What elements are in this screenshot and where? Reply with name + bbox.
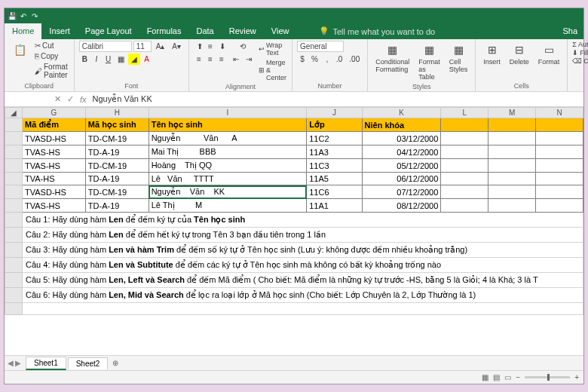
bold-button[interactable]: B (79, 54, 90, 65)
indent-increase-button[interactable]: ⇥ (243, 54, 255, 65)
align-middle-button[interactable]: ≡ (205, 41, 216, 52)
font-name-select[interactable]: Calibri (79, 41, 132, 52)
insert-cells-button[interactable]: ⊞Insert (480, 41, 504, 67)
tab-review[interactable]: Review (222, 23, 264, 39)
cell[interactable] (536, 132, 583, 145)
clear-button[interactable]: ⌫Clear (572, 57, 588, 65)
cell[interactable] (488, 132, 536, 145)
cell[interactable]: Lê Thị M (149, 199, 307, 213)
paste-button[interactable]: 📋 (9, 41, 30, 59)
orientation-button[interactable]: ⟲ (230, 41, 255, 52)
border-button[interactable]: ▦ (115, 54, 127, 65)
zoom-out-button[interactable]: − (516, 373, 520, 381)
next-sheet-button[interactable]: ▶ (15, 359, 21, 367)
view-normal-button[interactable]: ▦ (482, 373, 488, 381)
currency-button[interactable]: $ (297, 54, 308, 65)
cell[interactable]: Câu 2: Hãy dùng hàm Len để đếm hết ký tự… (23, 228, 583, 243)
fill-color-button[interactable]: ◢ (128, 54, 140, 65)
tab-page-layout[interactable]: Page Layout (78, 23, 139, 39)
format-as-table-button[interactable]: ▦Format as Table (415, 41, 443, 82)
prev-sheet-button[interactable]: ◀ (8, 359, 14, 367)
delete-cells-button[interactable]: ⊟Delete (507, 41, 532, 67)
cell[interactable]: TD-A-19 (85, 173, 149, 185)
tab-formulas[interactable]: Formulas (139, 23, 189, 39)
row-header[interactable] (5, 228, 23, 243)
cell[interactable]: Nguyễn Văn KK (149, 185, 307, 199)
cell[interactable]: TVASD-HS (23, 185, 86, 199)
cell[interactable]: 07/12/2000 (362, 185, 441, 199)
cell[interactable]: 05/12/2000 (362, 159, 441, 173)
cell[interactable]: Lê Văn TTTT (149, 173, 307, 185)
row-header[interactable] (5, 132, 23, 145)
col-header-m[interactable]: M (488, 108, 536, 118)
cell[interactable] (536, 199, 583, 213)
cell[interactable]: 03/12/2000 (362, 132, 441, 145)
view-break-button[interactable]: ▭ (504, 373, 511, 381)
cell[interactable]: 11A1 (307, 199, 362, 213)
save-icon[interactable]: 💾 (8, 11, 17, 20)
tab-data[interactable]: Data (188, 23, 221, 39)
cell[interactable]: TD-CM-19 (85, 132, 149, 145)
align-left-button[interactable]: ≡ (194, 54, 204, 65)
sheet-tab-1[interactable]: Sheet1 (26, 357, 66, 370)
cell[interactable]: Câu 4: Hãy dùng hàm Len và Subtitute để … (23, 258, 583, 273)
col-header-i[interactable]: I (149, 108, 307, 118)
row-header[interactable] (5, 159, 23, 173)
enter-icon[interactable]: ✓ (67, 94, 74, 104)
cell[interactable]: Hoàng Thị QQ (149, 159, 307, 173)
row-header[interactable] (5, 173, 23, 185)
cell[interactable]: 08/12/2000 (362, 199, 441, 213)
cell[interactable]: TVAS-HS (23, 199, 86, 213)
comma-button[interactable]: , (322, 54, 332, 65)
sheet-tab-2[interactable]: Sheet2 (68, 357, 109, 369)
share-button[interactable]: Sha (556, 23, 583, 39)
zoom-slider[interactable] (525, 376, 570, 378)
col-header-l[interactable]: L (441, 108, 488, 118)
cell[interactable] (441, 159, 488, 173)
row-header[interactable] (5, 243, 23, 258)
number-format-select[interactable]: General (297, 41, 344, 52)
cell[interactable]: TVAS-HS (23, 159, 86, 173)
font-size-select[interactable]: 11 (133, 41, 152, 52)
fill-button[interactable]: ⬇Fill (572, 49, 588, 57)
cell[interactable]: 06/12/2000 (362, 173, 441, 185)
cell[interactable]: Mai Thị BBB (149, 145, 307, 159)
cell[interactable]: TD-CM-19 (85, 185, 149, 199)
cell[interactable] (488, 185, 536, 199)
merge-center-button[interactable]: ⊞Merge & Center (258, 58, 287, 82)
col-header-j[interactable]: J (307, 108, 362, 118)
grow-font-button[interactable]: A▴ (153, 41, 168, 52)
cancel-icon[interactable]: ✕ (54, 94, 61, 104)
autosum-button[interactable]: ΣAutoSum (572, 41, 588, 48)
formula-input[interactable]: Nguyễn Văn KK (93, 94, 152, 104)
cell[interactable]: TD-A-19 (85, 145, 149, 159)
conditional-formatting-button[interactable]: ▦Conditional Formatting (372, 41, 412, 75)
cell[interactable]: Tên học sinh (149, 118, 307, 132)
cell[interactable] (441, 132, 488, 145)
underline-button[interactable]: U (103, 54, 114, 65)
font-color-button[interactable]: A (141, 54, 152, 65)
worksheet-grid[interactable]: ◢ G H I J K L M N Mã điểm Mã học sinh Tê… (5, 107, 583, 355)
align-bottom-button[interactable]: ⬇ (216, 41, 227, 52)
cell[interactable] (23, 303, 583, 315)
cell[interactable]: Câu 5: Hãy dùng hàm Len, Left và Search … (23, 273, 583, 288)
cell[interactable] (488, 173, 536, 185)
cell[interactable] (536, 159, 583, 173)
cell[interactable]: 04/12/2000 (362, 145, 441, 159)
redo-icon[interactable]: ↷ (30, 11, 39, 20)
cell[interactable] (488, 159, 536, 173)
add-sheet-button[interactable]: ⊕ (108, 357, 123, 369)
cell[interactable]: 11C6 (307, 185, 362, 199)
align-top-button[interactable]: ⬆ (194, 41, 204, 52)
row-header[interactable] (5, 213, 23, 228)
decrease-decimal-button[interactable]: .00 (346, 54, 363, 65)
shrink-font-button[interactable]: A▾ (169, 41, 184, 52)
zoom-in-button[interactable]: + (574, 373, 579, 381)
select-all-button[interactable]: ◢ (5, 108, 23, 118)
row-header[interactable] (5, 118, 23, 132)
copy-button[interactable]: ⎘Copy (33, 51, 69, 61)
align-right-button[interactable]: ≡ (216, 54, 227, 65)
view-layout-button[interactable]: ▤ (493, 373, 500, 381)
cell[interactable]: TVAS-HS (23, 145, 86, 159)
cell[interactable]: TD-A-19 (85, 199, 149, 213)
